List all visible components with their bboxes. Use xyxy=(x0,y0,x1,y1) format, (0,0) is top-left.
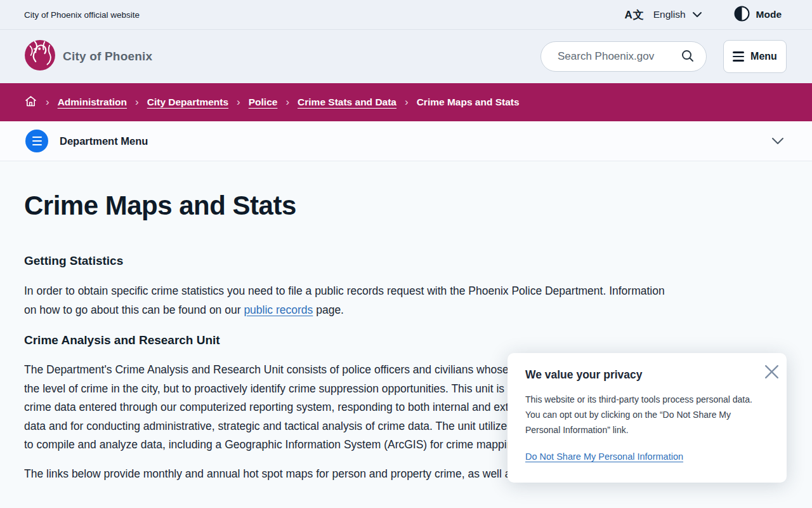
language-label: English xyxy=(653,9,686,20)
breadcrumb-link-administration[interactable]: Administration xyxy=(58,97,127,108)
privacy-dialog-title: We value your privacy xyxy=(525,368,769,382)
close-privacy-dialog-button[interactable] xyxy=(761,361,783,385)
search-bar[interactable] xyxy=(540,41,707,72)
main-menu-button[interactable]: Menu xyxy=(723,40,787,73)
page-title: Crime Maps and Stats xyxy=(24,190,788,221)
official-website-label: City of Phoenix official website xyxy=(24,10,140,20)
mode-toggle[interactable]: Mode xyxy=(734,6,782,24)
translate-icon: A文 xyxy=(624,8,644,22)
breadcrumb-separator: › xyxy=(46,97,49,109)
breadcrumb: › Administration › City Departments › Po… xyxy=(0,83,812,121)
public-records-link[interactable]: public records xyxy=(244,304,313,316)
breadcrumb-link-crime-stats-and-data[interactable]: Crime Stats and Data xyxy=(298,97,396,108)
breadcrumb-current-page: Crime Maps and Stats xyxy=(417,97,520,108)
department-menu-button[interactable] xyxy=(25,130,48,152)
language-selector[interactable]: A文 English xyxy=(624,8,702,22)
breadcrumb-link-police[interactable]: Police xyxy=(249,97,278,108)
city-logo-link[interactable]: City of Phoenix xyxy=(24,39,152,74)
close-icon xyxy=(763,363,780,382)
department-menu-bar: Department Menu xyxy=(0,121,812,161)
menu-label: Menu xyxy=(750,51,777,62)
phoenix-bird-logo-icon xyxy=(24,39,56,74)
paragraph-text: page. xyxy=(313,304,344,316)
section-heading-crime-analysis-unit: Crime Analysis and Research Unit xyxy=(24,333,788,347)
mode-label: Mode xyxy=(756,9,782,20)
breadcrumb-link-city-departments[interactable]: City Departments xyxy=(147,97,228,108)
home-icon xyxy=(24,95,37,110)
getting-statistics-paragraph: In order to obtain specific crime statis… xyxy=(24,281,665,319)
utility-bar: City of Phoenix official website A文 Engl… xyxy=(0,0,812,30)
department-menu-chevron-icon[interactable] xyxy=(771,137,784,145)
department-menu-label: Department Menu xyxy=(60,135,148,147)
breadcrumb-separator: › xyxy=(405,97,409,109)
breadcrumb-separator: › xyxy=(135,97,139,109)
section-heading-getting-statistics: Getting Statistics xyxy=(24,254,788,268)
site-header: City of Phoenix Menu xyxy=(0,30,812,83)
search-input[interactable] xyxy=(558,50,672,63)
brand-name: City of Phoenix xyxy=(63,50,152,64)
breadcrumb-separator: › xyxy=(237,97,240,109)
search-icon xyxy=(681,49,695,65)
do-not-share-link[interactable]: Do Not Share My Personal Information xyxy=(525,451,683,462)
breadcrumb-separator: › xyxy=(285,97,289,109)
chevron-down-icon xyxy=(692,9,702,20)
privacy-dialog-body: This website or its third-party tools pr… xyxy=(525,392,768,438)
contrast-mode-icon xyxy=(734,6,750,24)
paragraph-text: In order to obtain specific crime statis… xyxy=(24,284,665,316)
hamburger-icon xyxy=(733,51,744,61)
breadcrumb-home-link[interactable] xyxy=(24,95,37,110)
search-submit-button[interactable] xyxy=(681,49,695,65)
privacy-consent-dialog: We value your privacy This website or it… xyxy=(508,353,787,483)
